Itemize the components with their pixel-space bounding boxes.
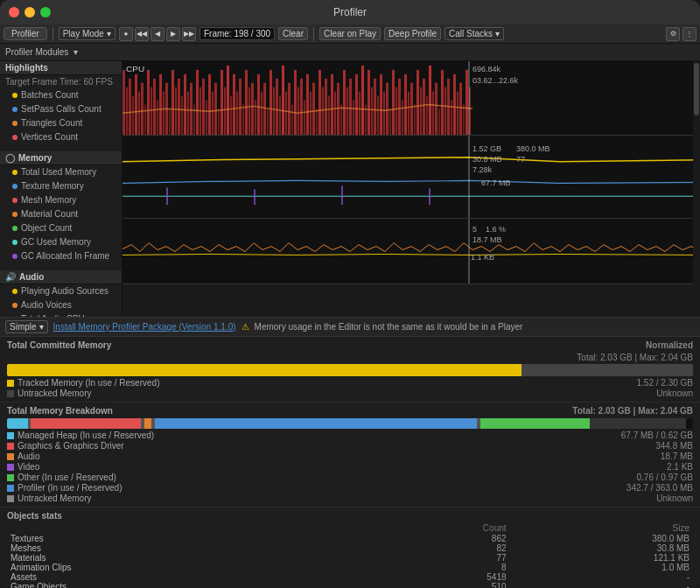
memory-total-item[interactable]: Total Used Memory	[0, 165, 122, 179]
prev-button[interactable]: ◀	[150, 27, 164, 41]
svg-rect-51	[276, 79, 278, 135]
more-button[interactable]: ⋮	[682, 27, 696, 41]
table-row: Game Objects 510 -	[7, 582, 693, 588]
svg-rect-93	[404, 74, 407, 135]
audio-bar	[144, 418, 151, 429]
prev-frame-button[interactable]: ◀◀	[135, 27, 149, 41]
svg-rect-86	[383, 92, 385, 135]
scrollbar-thumb[interactable]	[694, 63, 699, 116]
svg-rect-119	[122, 136, 700, 218]
svg-rect-91	[398, 79, 401, 135]
profiler-window: Profiler Profiler Play Mode ▾ ● ◀◀ ◀ ▶ ▶…	[0, 0, 700, 588]
svg-rect-97	[416, 70, 419, 135]
highlights-setpass-item[interactable]: SetPass Calls Count	[0, 102, 122, 116]
svg-rect-48	[267, 108, 269, 135]
svg-text:18.7 MB: 18.7 MB	[472, 235, 502, 244]
textures-size: 380.0 MB	[510, 534, 693, 543]
untracked-value: Unknown	[656, 388, 693, 398]
voices-label: Audio Voices	[21, 299, 72, 312]
clear-button[interactable]: Clear	[278, 27, 308, 40]
simple-dropdown[interactable]: Simple ▾	[5, 320, 48, 333]
svg-rect-4	[132, 96, 134, 135]
svg-text:77: 77	[516, 155, 525, 164]
highlights-vertices-item[interactable]: Vertices Count	[0, 130, 122, 144]
memory-gc-used-item[interactable]: GC Used Memory	[0, 235, 122, 249]
graphics-legend: Graphics & Graphics Driver 344.8 MB	[7, 441, 693, 451]
svg-rect-8	[144, 104, 146, 135]
svg-rect-95	[410, 83, 413, 135]
memory-gc-alloc-item[interactable]: GC Allocated In Frame	[0, 249, 122, 263]
svg-rect-72	[340, 104, 342, 135]
managed-heap-value: 67.7 MB / 0.62 GB	[621, 430, 693, 440]
svg-rect-122	[341, 186, 343, 205]
memory-header[interactable]: ◯ Memory	[0, 151, 122, 165]
audio-legend-label: Audio	[18, 452, 40, 461]
next-frame-button[interactable]: ▶▶	[182, 27, 196, 41]
audio-voices-item[interactable]: Audio Voices	[0, 298, 122, 312]
svg-rect-13	[159, 74, 162, 135]
other-bar	[155, 418, 477, 429]
chevron-down-icon-3: ▾	[74, 47, 78, 57]
settings-button[interactable]: ⚙	[666, 27, 680, 41]
clear-on-play-button[interactable]: Clear on Play	[319, 27, 381, 40]
svg-rect-89	[392, 70, 395, 135]
other-dot	[7, 474, 14, 481]
deep-profile-button[interactable]: Deep Profile	[384, 27, 441, 40]
highlights-triangles-item[interactable]: Triangles Count	[0, 116, 122, 130]
table-row: Meshes 82 30.8 MB	[7, 543, 693, 553]
memory-chart-section[interactable]: 1.52 GB 380.0 MB 30.8 MB 77 7.28k 67.7 M…	[122, 136, 700, 219]
breakdown-bar	[7, 418, 693, 429]
memory-material-item[interactable]: Material Count	[0, 207, 122, 221]
profiler-legend: Profiler (In use / Reserved) 342.7 / 363…	[7, 483, 693, 493]
close-button[interactable]	[9, 7, 19, 18]
svg-rect-94	[408, 92, 410, 135]
cpu-chart-section[interactable]: // Inline SVG path generated via JS for …	[122, 61, 700, 136]
video-legend: Video 2.1 KB	[7, 462, 693, 472]
material-label: Material Count	[21, 208, 78, 220]
warning-label: Memory usage in the Editor is not the sa…	[255, 322, 523, 332]
modules-toolbar: Profiler Modules ▾	[0, 44, 700, 61]
svg-rect-49	[270, 70, 272, 135]
tracked-label: Tracked Memory (In use / Reserved)	[18, 378, 159, 388]
next-button[interactable]: ▶	[166, 27, 180, 41]
svg-rect-9	[147, 70, 150, 135]
maximize-button[interactable]	[40, 7, 51, 18]
highlights-batches-item[interactable]: Batches Count	[0, 88, 122, 102]
record-button[interactable]: ●	[119, 27, 133, 41]
voices-dot	[12, 303, 18, 308]
memory-mesh-item[interactable]: Mesh Memory	[0, 193, 122, 207]
svg-rect-106	[444, 88, 446, 135]
highlights-header[interactable]: Highlights	[0, 61, 122, 75]
tracked-legend-item: Tracked Memory (In use / Reserved) 1.52 …	[7, 378, 693, 388]
audio-header[interactable]: 🔊 Audio	[0, 270, 122, 284]
memory-object-item[interactable]: Object Count	[0, 221, 122, 235]
svg-text:7.28k: 7.28k	[472, 165, 493, 174]
profiler-tab[interactable]: Profiler	[4, 27, 47, 40]
object-label: Object Count	[21, 222, 72, 234]
play-mode-dropdown[interactable]: Play Mode ▾	[59, 27, 116, 40]
memory-chart: 1.52 GB 380.0 MB 30.8 MB 77 7.28k 67.7 M…	[122, 136, 700, 218]
objects-table: Count Size Textures 862 380.0 MB Meshes …	[7, 523, 693, 588]
graphics-label: Graphics & Graphics Driver	[18, 441, 124, 451]
table-row: Textures 862 380.0 MB	[7, 534, 693, 543]
audio-playing-item[interactable]: Playing Audio Sources	[0, 284, 122, 298]
install-label[interactable]: Install Memory Profiler Package (Version…	[53, 322, 236, 332]
left-panel: Highlights Target Frame Time: 60 FPS Bat…	[0, 61, 122, 317]
call-stacks-dropdown[interactable]: Call Stacks ▾	[444, 27, 504, 40]
chevron-down-icon-4: ▾	[39, 322, 44, 332]
play-controls: ● ◀◀ ◀ ▶ ▶▶	[119, 27, 196, 41]
breakdown-label: Total Memory Breakdown	[7, 406, 113, 416]
svg-rect-36	[230, 96, 232, 135]
managed-heap-dot	[7, 432, 14, 439]
svg-rect-120	[166, 187, 168, 205]
minimize-button[interactable]	[24, 7, 35, 18]
mesh-label: Mesh Memory	[21, 194, 76, 206]
memory-texture-item[interactable]: Texture Memory	[0, 179, 122, 193]
svg-text:696.84k: 696.84k	[472, 65, 501, 74]
table-row: Animation Clips 8 1.0 MB	[7, 563, 693, 572]
other-label: Other (In use / Reserved)	[18, 472, 116, 482]
col-header-size: Size	[510, 523, 693, 534]
svg-rect-69	[331, 74, 333, 135]
vertical-scrollbar[interactable]	[693, 61, 700, 317]
audio-chart-section[interactable]: 5 1.6 % 18.7 MB 1.1 KB	[122, 219, 700, 284]
